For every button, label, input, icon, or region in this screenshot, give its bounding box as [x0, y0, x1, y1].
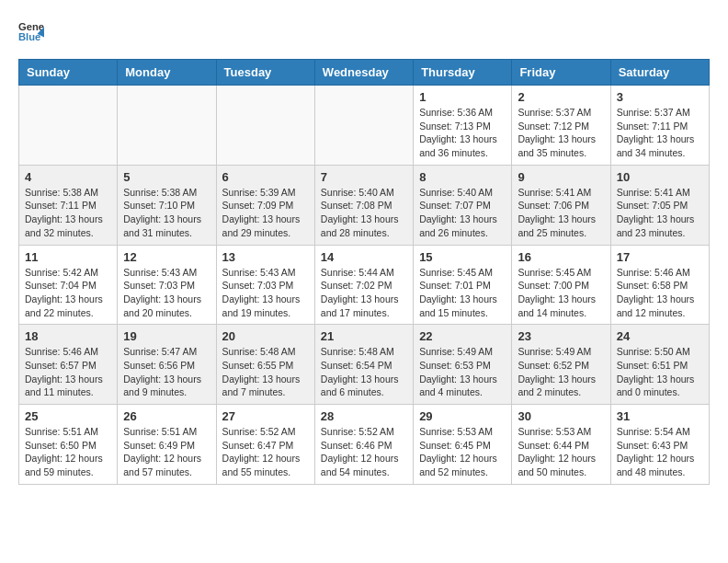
day-number: 8	[419, 170, 506, 184]
calendar-week-4: 18Sunrise: 5:46 AM Sunset: 6:57 PM Dayli…	[19, 325, 710, 405]
day-number: 5	[123, 170, 210, 184]
day-info: Sunrise: 5:42 AM Sunset: 7:04 PM Dayligh…	[25, 266, 111, 320]
calendar-header-monday: Monday	[118, 60, 216, 86]
day-number: 3	[617, 90, 703, 104]
day-number: 6	[222, 170, 309, 184]
calendar-cell: 22Sunrise: 5:49 AM Sunset: 6:53 PM Dayli…	[414, 325, 512, 405]
day-info: Sunrise: 5:47 AM Sunset: 6:56 PM Dayligh…	[123, 345, 210, 399]
day-info: Sunrise: 5:48 AM Sunset: 6:55 PM Dayligh…	[222, 345, 309, 399]
day-number: 14	[321, 250, 407, 264]
calendar-cell: 18Sunrise: 5:46 AM Sunset: 6:57 PM Dayli…	[19, 325, 118, 405]
calendar-cell	[118, 86, 216, 166]
calendar-header-row: SundayMondayTuesdayWednesdayThursdayFrid…	[19, 60, 710, 86]
calendar-week-2: 4Sunrise: 5:38 AM Sunset: 7:11 PM Daylig…	[19, 165, 710, 245]
calendar-cell: 23Sunrise: 5:49 AM Sunset: 6:52 PM Dayli…	[512, 325, 610, 405]
day-info: Sunrise: 5:51 AM Sunset: 6:50 PM Dayligh…	[25, 425, 111, 479]
calendar-cell: 17Sunrise: 5:46 AM Sunset: 6:58 PM Dayli…	[610, 245, 709, 325]
day-info: Sunrise: 5:41 AM Sunset: 7:05 PM Dayligh…	[617, 186, 703, 240]
day-info: Sunrise: 5:38 AM Sunset: 7:10 PM Dayligh…	[123, 186, 210, 240]
day-info: Sunrise: 5:53 AM Sunset: 6:44 PM Dayligh…	[518, 425, 604, 479]
calendar-cell: 9Sunrise: 5:41 AM Sunset: 7:06 PM Daylig…	[512, 165, 610, 245]
day-number: 20	[222, 329, 309, 343]
day-info: Sunrise: 5:48 AM Sunset: 6:54 PM Dayligh…	[321, 345, 407, 399]
day-number: 10	[617, 170, 703, 184]
day-number: 29	[419, 409, 506, 423]
day-number: 12	[123, 250, 210, 264]
day-info: Sunrise: 5:51 AM Sunset: 6:49 PM Dayligh…	[123, 425, 210, 479]
day-number: 22	[419, 329, 506, 343]
calendar-cell	[216, 86, 314, 166]
day-info: Sunrise: 5:52 AM Sunset: 6:47 PM Dayligh…	[222, 425, 309, 479]
calendar-cell: 4Sunrise: 5:38 AM Sunset: 7:11 PM Daylig…	[19, 165, 118, 245]
day-number: 9	[518, 170, 604, 184]
day-info: Sunrise: 5:44 AM Sunset: 7:02 PM Dayligh…	[321, 266, 407, 320]
day-info: Sunrise: 5:53 AM Sunset: 6:45 PM Dayligh…	[419, 425, 506, 479]
calendar-cell: 3Sunrise: 5:37 AM Sunset: 7:11 PM Daylig…	[610, 86, 709, 166]
calendar-cell: 14Sunrise: 5:44 AM Sunset: 7:02 PM Dayli…	[314, 245, 413, 325]
calendar-table: SundayMondayTuesdayWednesdayThursdayFrid…	[18, 59, 710, 485]
day-number: 26	[123, 409, 210, 423]
calendar-header-friday: Friday	[512, 60, 610, 86]
calendar-cell: 6Sunrise: 5:39 AM Sunset: 7:09 PM Daylig…	[216, 165, 314, 245]
logo-icon: General Blue	[18, 18, 44, 44]
day-info: Sunrise: 5:45 AM Sunset: 7:01 PM Dayligh…	[419, 266, 506, 320]
calendar-cell: 16Sunrise: 5:45 AM Sunset: 7:00 PM Dayli…	[512, 245, 610, 325]
calendar-header-wednesday: Wednesday	[314, 60, 413, 86]
calendar-cell	[19, 86, 118, 166]
day-info: Sunrise: 5:43 AM Sunset: 7:03 PM Dayligh…	[123, 266, 210, 320]
day-number: 7	[321, 170, 407, 184]
logo: General Blue	[18, 18, 48, 44]
calendar-header-saturday: Saturday	[610, 60, 709, 86]
day-info: Sunrise: 5:45 AM Sunset: 7:00 PM Dayligh…	[518, 266, 604, 320]
day-number: 11	[25, 250, 111, 264]
day-number: 1	[419, 90, 506, 104]
day-info: Sunrise: 5:41 AM Sunset: 7:06 PM Dayligh…	[518, 186, 604, 240]
day-info: Sunrise: 5:50 AM Sunset: 6:51 PM Dayligh…	[617, 345, 703, 399]
calendar-cell: 20Sunrise: 5:48 AM Sunset: 6:55 PM Dayli…	[216, 325, 314, 405]
calendar-cell: 30Sunrise: 5:53 AM Sunset: 6:44 PM Dayli…	[512, 405, 610, 485]
calendar-cell: 8Sunrise: 5:40 AM Sunset: 7:07 PM Daylig…	[414, 165, 512, 245]
calendar-cell: 1Sunrise: 5:36 AM Sunset: 7:13 PM Daylig…	[414, 86, 512, 166]
day-number: 23	[518, 329, 604, 343]
day-number: 15	[419, 250, 506, 264]
calendar-cell: 25Sunrise: 5:51 AM Sunset: 6:50 PM Dayli…	[19, 405, 118, 485]
day-number: 19	[123, 329, 210, 343]
day-number: 17	[617, 250, 703, 264]
day-info: Sunrise: 5:37 AM Sunset: 7:12 PM Dayligh…	[518, 106, 604, 160]
calendar-week-5: 25Sunrise: 5:51 AM Sunset: 6:50 PM Dayli…	[19, 405, 710, 485]
calendar-cell: 13Sunrise: 5:43 AM Sunset: 7:03 PM Dayli…	[216, 245, 314, 325]
day-number: 25	[25, 409, 111, 423]
day-number: 24	[617, 329, 703, 343]
day-info: Sunrise: 5:52 AM Sunset: 6:46 PM Dayligh…	[321, 425, 407, 479]
day-number: 31	[617, 409, 703, 423]
day-info: Sunrise: 5:37 AM Sunset: 7:11 PM Dayligh…	[617, 106, 703, 160]
calendar-cell: 2Sunrise: 5:37 AM Sunset: 7:12 PM Daylig…	[512, 86, 610, 166]
calendar-cell: 15Sunrise: 5:45 AM Sunset: 7:01 PM Dayli…	[414, 245, 512, 325]
calendar-cell: 29Sunrise: 5:53 AM Sunset: 6:45 PM Dayli…	[414, 405, 512, 485]
day-number: 4	[25, 170, 111, 184]
calendar-cell: 31Sunrise: 5:54 AM Sunset: 6:43 PM Dayli…	[610, 405, 709, 485]
day-info: Sunrise: 5:46 AM Sunset: 6:57 PM Dayligh…	[25, 345, 111, 399]
day-number: 30	[518, 409, 604, 423]
day-info: Sunrise: 5:36 AM Sunset: 7:13 PM Dayligh…	[419, 106, 506, 160]
day-number: 13	[222, 250, 309, 264]
calendar-week-1: 1Sunrise: 5:36 AM Sunset: 7:13 PM Daylig…	[19, 86, 710, 166]
header: General Blue	[18, 18, 710, 44]
calendar-cell	[314, 86, 413, 166]
day-info: Sunrise: 5:43 AM Sunset: 7:03 PM Dayligh…	[222, 266, 309, 320]
day-info: Sunrise: 5:49 AM Sunset: 6:52 PM Dayligh…	[518, 345, 604, 399]
day-number: 18	[25, 329, 111, 343]
calendar-cell: 27Sunrise: 5:52 AM Sunset: 6:47 PM Dayli…	[216, 405, 314, 485]
day-info: Sunrise: 5:49 AM Sunset: 6:53 PM Dayligh…	[419, 345, 506, 399]
day-info: Sunrise: 5:46 AM Sunset: 6:58 PM Dayligh…	[617, 266, 703, 320]
day-info: Sunrise: 5:40 AM Sunset: 7:07 PM Dayligh…	[419, 186, 506, 240]
calendar-cell: 5Sunrise: 5:38 AM Sunset: 7:10 PM Daylig…	[118, 165, 216, 245]
calendar-cell: 21Sunrise: 5:48 AM Sunset: 6:54 PM Dayli…	[314, 325, 413, 405]
calendar-header-thursday: Thursday	[414, 60, 512, 86]
day-number: 16	[518, 250, 604, 264]
calendar-header-tuesday: Tuesday	[216, 60, 314, 86]
calendar-cell: 24Sunrise: 5:50 AM Sunset: 6:51 PM Dayli…	[610, 325, 709, 405]
calendar-week-3: 11Sunrise: 5:42 AM Sunset: 7:04 PM Dayli…	[19, 245, 710, 325]
day-number: 21	[321, 329, 407, 343]
svg-text:Blue: Blue	[18, 31, 40, 42]
